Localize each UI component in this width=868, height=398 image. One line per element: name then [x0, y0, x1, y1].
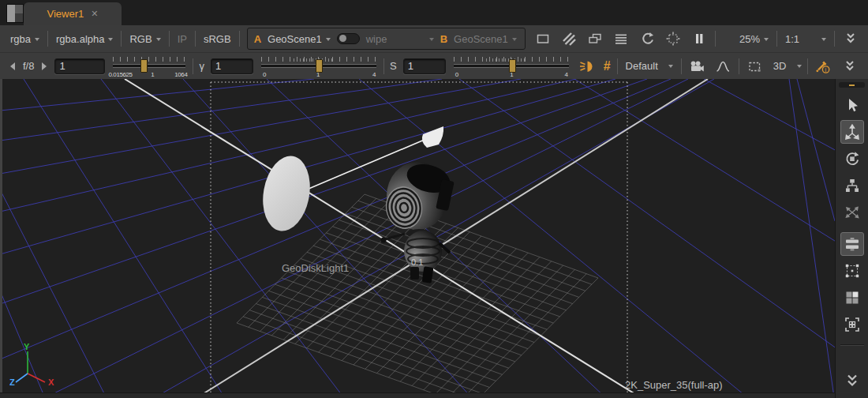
- prev-fstop-icon[interactable]: [10, 62, 15, 70]
- roi-icon[interactable]: [664, 29, 683, 48]
- layer-dropdown[interactable]: rgba.alpha: [51, 33, 118, 45]
- chevron-down-icon: [668, 65, 673, 68]
- fstop-label[interactable]: f/8: [23, 60, 34, 72]
- separator: [195, 31, 196, 47]
- tab-close-icon[interactable]: ✕: [91, 9, 98, 18]
- gain-slider[interactable]: 0.015625 1 1064: [113, 54, 185, 78]
- separator: [121, 31, 122, 47]
- separator: [681, 58, 682, 74]
- chevron-down-icon: [797, 65, 802, 68]
- gamma-tick-min: 0: [263, 71, 266, 78]
- saturation-slider[interactable]: 0 1 4: [454, 54, 569, 78]
- gain-slider-track: [113, 64, 185, 68]
- separator: [617, 58, 618, 74]
- color-sample-eyedropper-icon[interactable]: i: [814, 57, 833, 76]
- pause-icon[interactable]: [690, 29, 709, 48]
- axis-x-label: X: [48, 377, 54, 387]
- chevron-down-icon: [764, 38, 769, 41]
- grid-display-icon[interactable]: #: [600, 59, 615, 73]
- gamma-tick-max: 4: [372, 71, 376, 78]
- view-preset-dropdown[interactable]: Default: [620, 60, 679, 72]
- axis-y-label: Y: [24, 342, 30, 351]
- gamma-label: γ: [199, 60, 204, 72]
- separator: [169, 31, 170, 47]
- scene-lights-icon[interactable]: [577, 57, 597, 76]
- display-channel-label: RGB: [129, 33, 152, 45]
- tab-viewer1[interactable]: Viewer1 ✕: [24, 2, 122, 25]
- gamma-input[interactable]: [211, 58, 253, 74]
- viewport-3d[interactable]: GeoDiskLight1 0.1 2K_Super_35(full-ap) Y…: [0, 79, 835, 398]
- select-tool-button[interactable]: [840, 93, 864, 117]
- zoom-dropdown[interactable]: 25%: [734, 33, 774, 45]
- sidebar-divider: [840, 344, 864, 346]
- chevron-down-icon: [156, 38, 161, 41]
- checkerboard-icon[interactable]: [559, 29, 579, 48]
- input-b-dropdown[interactable]: GeoScene1: [452, 33, 518, 45]
- display-channel-dropdown[interactable]: RGB: [124, 33, 166, 45]
- ab-compare-group: A GeoScene1 wipe B GeoScene1: [247, 28, 526, 50]
- pane-left-edge: [0, 79, 2, 398]
- gain-tick-min: 0.015625: [108, 71, 132, 78]
- saturation-tick-max: 4: [565, 71, 568, 78]
- proxy-dropdown[interactable]: 1:1: [780, 33, 832, 45]
- input-b-value: GeoScene1: [454, 33, 508, 45]
- gain-tick-mid: 1: [151, 71, 154, 78]
- separator: [834, 31, 835, 47]
- saturation-tick-mid: 1: [510, 71, 513, 78]
- grid-corners-button[interactable]: [840, 259, 864, 283]
- gain-tick-max: 1064: [174, 71, 187, 78]
- separator: [807, 58, 808, 74]
- channels-dropdown[interactable]: rgba: [5, 33, 45, 45]
- input-a-label: A: [254, 33, 261, 45]
- fieldlines-icon[interactable]: [612, 29, 631, 48]
- quad-view-button[interactable]: [840, 286, 864, 310]
- view-mode-dropdown[interactable]: 3D: [768, 60, 807, 72]
- viewer-process-button[interactable]: sRGB: [198, 33, 237, 45]
- translate-tool-button[interactable]: [840, 120, 864, 144]
- monitor-out-icon[interactable]: [533, 29, 553, 48]
- chevron-down-icon: [326, 38, 331, 41]
- chevron-down-icon: [512, 38, 517, 41]
- rotate-tool-button[interactable]: [840, 147, 864, 171]
- zoom-level: 25%: [739, 33, 760, 45]
- collapse-toolbar-icon[interactable]: [840, 29, 860, 48]
- gain-compare-icon[interactable]: [586, 29, 605, 48]
- marquee-select-icon[interactable]: [745, 57, 765, 76]
- axis-snap-tool-button[interactable]: [840, 201, 864, 224]
- gamma-tick-mid: 1: [316, 71, 320, 78]
- viewer-window: Viewer1 ✕ rgba rgba.alpha RGB IP sRGB A …: [0, 0, 868, 398]
- refresh-icon[interactable]: [638, 29, 657, 48]
- input-a-dropdown[interactable]: GeoScene1: [266, 33, 332, 45]
- next-fstop-icon[interactable]: [42, 62, 47, 70]
- sidebar-handle-dot: [849, 84, 855, 86]
- pane-menu-icon[interactable]: [6, 4, 24, 23]
- collapse-toolbar2-icon[interactable]: [840, 57, 859, 76]
- separator: [715, 31, 716, 47]
- camera-icon[interactable]: [687, 57, 707, 76]
- gamma-slider[interactable]: 0 1 4: [261, 54, 376, 78]
- fit-view-button[interactable]: [840, 313, 864, 336]
- sidebar-handle[interactable]: [839, 82, 865, 88]
- gaussian-filter-icon[interactable]: [713, 57, 733, 76]
- chevron-down-icon: [108, 38, 113, 41]
- gain-input[interactable]: [54, 58, 105, 74]
- gain-slider-handle[interactable]: [140, 59, 148, 73]
- channels-label: rgba: [10, 33, 31, 45]
- viewport-toolbar-right: [835, 79, 868, 398]
- separator: [383, 58, 384, 74]
- light-label: GeoDiskLight1: [282, 262, 349, 274]
- viewer-toolbar-bottom: f/8 0.015625 1 1064 γ 0 1 4 S: [0, 52, 868, 79]
- multiview-layout-button[interactable]: [840, 232, 864, 256]
- viewport-bottom-strip: [0, 392, 835, 398]
- saturation-slider-fine-ticks: [486, 58, 526, 62]
- wipe-mode-dropdown[interactable]: wipe: [365, 33, 436, 45]
- wipe-toggle[interactable]: [337, 33, 360, 44]
- saturation-input[interactable]: [403, 58, 446, 74]
- light-arrow-cone: [422, 126, 443, 148]
- input-process-button[interactable]: IP: [172, 33, 193, 45]
- viewer-toolbar-top: rgba rgba.alpha RGB IP sRGB A GeoScene1 …: [0, 25, 868, 52]
- chevron-down-icon: [821, 38, 826, 41]
- scale-hierarchy-tool-button[interactable]: [840, 174, 864, 197]
- input-b-label: B: [440, 33, 447, 45]
- collapse-sidebar-icon[interactable]: [840, 368, 864, 392]
